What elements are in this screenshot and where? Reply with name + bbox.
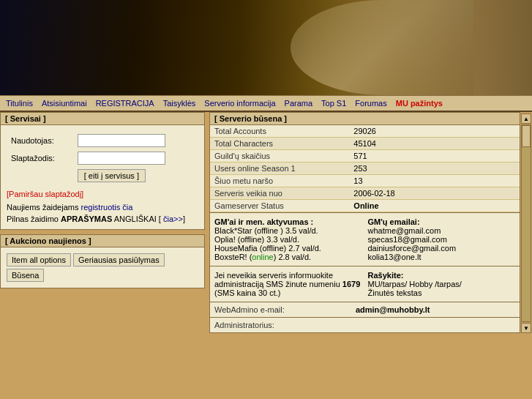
auction-btn-status[interactable]: Būsena [7, 269, 44, 282]
gm-right: GM'ų emailai: whatme@gmail.com specas18@… [368, 217, 516, 261]
stat-label-0: Total Accounts [210, 125, 349, 138]
admin-section: Administratorius: [210, 317, 520, 332]
description-link[interactable]: čia>> [163, 215, 183, 223]
nav-serverio-info[interactable]: Serverio informacija [204, 99, 275, 108]
gm-boxster: BoxsteR! (online) 2.8 val/d. [214, 253, 311, 261]
stat-label-1: Total Characters [210, 138, 349, 150]
stat-label-6: Gameserver Status [210, 200, 349, 212]
description-bold: APRAŠYMAS [61, 215, 112, 223]
auction-btn-best[interactable]: Geriausias pasiūlymas [73, 253, 165, 266]
gm-housemafia: HouseMafia (offline) 2.7 val/d. [214, 244, 321, 253]
gm-email-1: whatme@gmail.com [368, 226, 441, 235]
main-content: [ Servisai ] Naudotojas: Slaptažodis: [ … [0, 112, 532, 333]
description-text: Pilnas žaidimo APRAŠYMAS ANGLIŠKAI [ čia… [7, 215, 198, 223]
sms-right: Rašykite: MU/tarpas/ Hobby /tarpas/ Žinu… [368, 271, 516, 297]
stat-value-4: 13 [349, 175, 520, 187]
right-panel: [ Serverio būsena ] Total Accounts 29026… [209, 112, 520, 333]
table-row: Total Accounts 29026 [210, 125, 520, 138]
table-row: Total Characters 45104 [210, 138, 520, 150]
auction-buttons: Item all options Geriausias pasiūlymas B… [7, 253, 198, 282]
username-label: Naudotojas: [8, 133, 73, 149]
stat-value-1: 45104 [349, 138, 520, 150]
login-button[interactable]: [ eiti į servisus ] [78, 169, 146, 182]
scroll-track[interactable] [521, 124, 531, 322]
server-status-panel: [ Serverio būsena ] Total Accounts 29026… [209, 112, 520, 333]
auction-btn-items[interactable]: Item all options [7, 253, 71, 266]
gm-left: GM'ai ir men. aktyvumas : Black*Star (of… [214, 217, 362, 261]
nav-registracija[interactable]: REGISTRACIJA [96, 99, 154, 108]
sms-section: Jei neveikia serveris informuokite admin… [210, 266, 520, 302]
forgot-password-link[interactable]: [Pamiršau slaptažodį] [7, 190, 83, 198]
sms-write-text: Žinutės tekstas [368, 288, 422, 297]
table-row: Serveris veikia nuo 2006-02-18 [210, 187, 520, 200]
nav-taisykles[interactable]: Taisyklės [163, 99, 196, 108]
scroll-down-button[interactable]: ▼ [521, 323, 531, 333]
stats-table: Total Accounts 29026 Total Characters 45… [210, 125, 520, 212]
register-text: Naujiems žaidejams registruotis čia [7, 203, 198, 212]
webadmin-section: WebAdmino e-mail: admin@muhobby.lt [210, 302, 520, 317]
stat-value-2: 571 [349, 150, 520, 163]
scrollbar: ▲ ▼ [520, 112, 532, 333]
gm-email-2: specas18@gmail.com [368, 235, 447, 244]
table-row: Šiuo metu naršo 13 [210, 175, 520, 187]
gm-email-4: kolia13@one.lt [368, 253, 422, 261]
nav-atsisiuntimai[interactable]: Atsisiuntimai [42, 99, 87, 108]
scroll-up-button[interactable]: ▲ [521, 113, 531, 124]
nav-bar: Titulinis Atsisiuntimai REGISTRACIJA Tai… [0, 95, 532, 112]
gm-emails-title: GM'ų emailai: [368, 217, 420, 226]
table-row: Gameserver Status Online [210, 200, 520, 212]
auction-body: Item all options Geriausias pasiūlymas B… [1, 247, 204, 288]
stat-value-0: 29026 [349, 125, 520, 138]
gm-email-3: dainiusforce@gmail.com [368, 244, 457, 253]
nav-parama[interactable]: Parama [285, 99, 313, 108]
webadmin-label: WebAdmino e-mail: [214, 305, 350, 314]
gm-activity-title: GM'ai ir men. aktyvumas : [214, 217, 313, 226]
webadmin-value: admin@muhobby.lt [356, 305, 430, 314]
gm-online-label: online [252, 253, 273, 261]
table-row: Guild'ų skaičius 571 [210, 150, 520, 163]
left-panel: [ Servisai ] Naudotojas: Slaptažodis: [ … [0, 112, 205, 333]
stat-value-3: 253 [349, 163, 520, 175]
sms-write-label: Rašykite: [368, 271, 404, 280]
servisai-panel: [ Servisai ] Naudotojas: Slaptažodis: [ … [0, 112, 205, 230]
stat-label-5: Serveris veikia nuo [210, 187, 349, 200]
stat-label-4: Šiuo metu naršo [210, 175, 349, 187]
nav-forumas[interactable]: Forumas [355, 99, 386, 108]
admin-label: Administratorius: [214, 321, 350, 329]
auction-header: [ Aukciono naujienos ] [1, 235, 204, 247]
gm-section: GM'ai ir men. aktyvumas : Black*Star (of… [210, 212, 520, 266]
header-banner [0, 0, 532, 95]
gm-blackstar: Black*Star (offline ) 3.5 val/d. [214, 226, 318, 235]
register-link[interactable]: registruotis čia [80, 203, 132, 212]
table-row: Users online Season 1 253 [210, 163, 520, 175]
auction-panel: [ Aukciono naujienos ] Item all options … [0, 234, 205, 288]
server-status-header: [ Serverio būsena ] [210, 113, 520, 125]
stat-label-3: Users online Season 1 [210, 163, 349, 175]
nav-top-s1[interactable]: Top S1 [321, 99, 346, 108]
nav-mu-pazintys[interactable]: MU pažintys [396, 99, 443, 108]
password-input[interactable] [78, 152, 165, 165]
servisai-header: [ Servisai ] [1, 113, 204, 125]
stat-value-6: Online [349, 200, 520, 212]
sms-write-format: MU/tarpas/ Hobby /tarpas/ [368, 280, 462, 288]
username-input[interactable] [78, 134, 165, 147]
login-form: Naudotojas: Slaptažodis: [ eiti į servis… [1, 125, 204, 229]
nav-titulinis[interactable]: Titulinis [6, 99, 33, 108]
sms-left: Jei neveikia serveris informuokite admin… [214, 271, 362, 297]
stat-label-2: Guild'ų skaičius [210, 150, 349, 163]
gm-oplia: Oplia! (offline) 3.3 val/d. [214, 235, 299, 244]
scroll-thumb[interactable] [522, 125, 531, 147]
stat-value-5: 2006-02-18 [349, 187, 520, 200]
password-label: Slaptažodis: [8, 150, 73, 166]
sms-info-text: Jei neveikia serveris informuokite admin… [214, 271, 360, 297]
